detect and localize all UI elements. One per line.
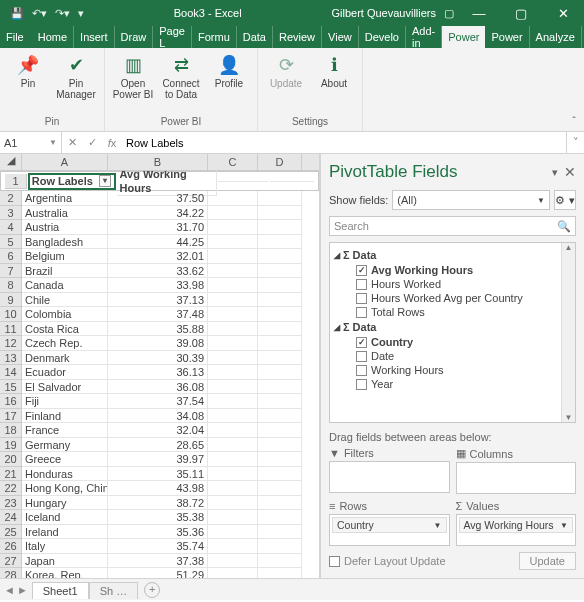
chevron-down-icon[interactable]: ▼ — [49, 138, 57, 147]
sheet-nav-prev-icon[interactable]: ◄ — [4, 584, 15, 596]
ribbon-tab[interactable]: Home — [32, 26, 74, 48]
cell[interactable] — [258, 380, 302, 395]
row-header[interactable]: 21 — [0, 467, 22, 482]
row-header[interactable]: 10 — [0, 307, 22, 322]
cell[interactable]: 37.13 — [108, 293, 208, 308]
cell[interactable] — [258, 409, 302, 424]
undo-icon[interactable]: ↶▾ — [32, 7, 47, 20]
defer-update-checkbox[interactable] — [329, 556, 340, 567]
cell[interactable] — [208, 496, 258, 511]
col-header[interactable]: A — [22, 154, 108, 170]
field-item[interactable]: Working Hours — [334, 363, 571, 377]
cell[interactable] — [258, 365, 302, 380]
cell[interactable]: Canada — [22, 278, 108, 293]
cell[interactable]: 43.98 — [108, 481, 208, 496]
cell[interactable]: 35.11 — [108, 467, 208, 482]
cell[interactable]: Germany — [22, 438, 108, 453]
new-sheet-button[interactable]: + — [144, 582, 160, 598]
cell[interactable] — [258, 467, 302, 482]
cell[interactable] — [208, 568, 258, 578]
cell[interactable] — [258, 206, 302, 221]
cell[interactable] — [258, 539, 302, 554]
row-header[interactable]: 14 — [0, 365, 22, 380]
cell[interactable] — [208, 554, 258, 569]
field-checkbox[interactable] — [356, 307, 367, 318]
ribbon-button[interactable]: ▥OpenPower BI — [111, 52, 155, 116]
filter-dropdown-icon[interactable]: ▾ — [99, 175, 111, 187]
cell[interactable]: Row Labels▾ — [29, 174, 115, 189]
ribbon-tab[interactable]: Power — [485, 26, 529, 48]
ribbon-button[interactable]: 👤Profile — [207, 52, 251, 116]
cell[interactable]: Ireland — [22, 525, 108, 540]
cell[interactable] — [208, 351, 258, 366]
cell[interactable] — [270, 181, 314, 182]
cell[interactable]: Brazil — [22, 264, 108, 279]
cell[interactable]: Finland — [22, 409, 108, 424]
select-all-corner[interactable]: ◢ — [0, 154, 22, 170]
cell[interactable] — [208, 539, 258, 554]
ribbon-tab[interactable]: Insert — [74, 26, 115, 48]
sheet-nav-next-icon[interactable]: ► — [17, 584, 28, 596]
cell[interactable]: Honduras — [22, 467, 108, 482]
cell[interactable] — [258, 264, 302, 279]
ribbon-button[interactable]: ℹAbout — [312, 52, 356, 116]
cell[interactable] — [258, 554, 302, 569]
cell[interactable]: Czech Rep. — [22, 336, 108, 351]
cell[interactable] — [208, 525, 258, 540]
cell[interactable]: 44.25 — [108, 235, 208, 250]
cancel-fx-icon[interactable]: ✕ — [62, 136, 82, 149]
pane-menu-icon[interactable]: ▾ — [552, 166, 558, 179]
enter-fx-icon[interactable]: ✓ — [82, 136, 102, 149]
cell[interactable]: 32.01 — [108, 249, 208, 264]
cell[interactable] — [208, 191, 258, 206]
cell[interactable]: 30.39 — [108, 351, 208, 366]
user-name[interactable]: Gilbert Quevauvilliers — [331, 7, 436, 19]
row-header[interactable]: 17 — [0, 409, 22, 424]
cell[interactable]: Argentina — [22, 191, 108, 206]
fx-icon[interactable]: fx — [102, 137, 122, 149]
cell[interactable] — [208, 510, 258, 525]
row-header[interactable]: 11 — [0, 322, 22, 337]
cell[interactable] — [208, 409, 258, 424]
cell[interactable] — [258, 307, 302, 322]
area-columns[interactable] — [456, 462, 577, 494]
cell[interactable]: 37.50 — [108, 191, 208, 206]
row-header[interactable]: 18 — [0, 423, 22, 438]
cell[interactable]: Fiji — [22, 394, 108, 409]
cell[interactable]: 35.36 — [108, 525, 208, 540]
cell[interactable] — [208, 336, 258, 351]
cell[interactable] — [208, 293, 258, 308]
area-rows[interactable]: Country▼ — [329, 514, 450, 546]
row-header[interactable]: 3 — [0, 206, 22, 221]
field-item[interactable]: ✓Country — [334, 335, 571, 349]
save-icon[interactable]: 💾 — [10, 7, 24, 20]
area-filters[interactable] — [329, 461, 450, 493]
redo-icon[interactable]: ↷▾ — [55, 7, 70, 20]
field-list[interactable]: ◢ΣData✓Avg Working HoursHours WorkedHour… — [329, 242, 576, 423]
ribbon-tab[interactable]: Data — [237, 26, 273, 48]
cell[interactable]: Greece — [22, 452, 108, 467]
row-header[interactable]: 13 — [0, 351, 22, 366]
qat-more-icon[interactable]: ▾ — [78, 7, 84, 20]
cell[interactable]: Denmark — [22, 351, 108, 366]
row-header[interactable]: 1 — [5, 174, 27, 189]
cell[interactable] — [258, 278, 302, 293]
cell[interactable] — [208, 452, 258, 467]
cell[interactable]: Hong Kong, China — [22, 481, 108, 496]
row-header[interactable]: 28 — [0, 568, 22, 578]
cell[interactable]: 34.08 — [108, 409, 208, 424]
ribbon-display-icon[interactable]: ▢ — [444, 7, 454, 20]
ribbon-tab[interactable]: Page L — [153, 26, 192, 48]
cell[interactable] — [208, 380, 258, 395]
cell[interactable] — [208, 423, 258, 438]
cell[interactable] — [208, 438, 258, 453]
field-item[interactable]: ✓Avg Working Hours — [334, 263, 571, 277]
cell[interactable] — [258, 438, 302, 453]
cell[interactable] — [258, 322, 302, 337]
sheet-tab[interactable]: Sheet1 — [32, 582, 89, 599]
maximize-button[interactable]: ▢ — [504, 6, 538, 21]
ribbon-tab[interactable]: View — [322, 26, 359, 48]
cell[interactable]: 36.13 — [108, 365, 208, 380]
cell[interactable]: Korea, Rep. — [22, 568, 108, 578]
ribbon-tab[interactable]: Add-in — [406, 26, 442, 48]
